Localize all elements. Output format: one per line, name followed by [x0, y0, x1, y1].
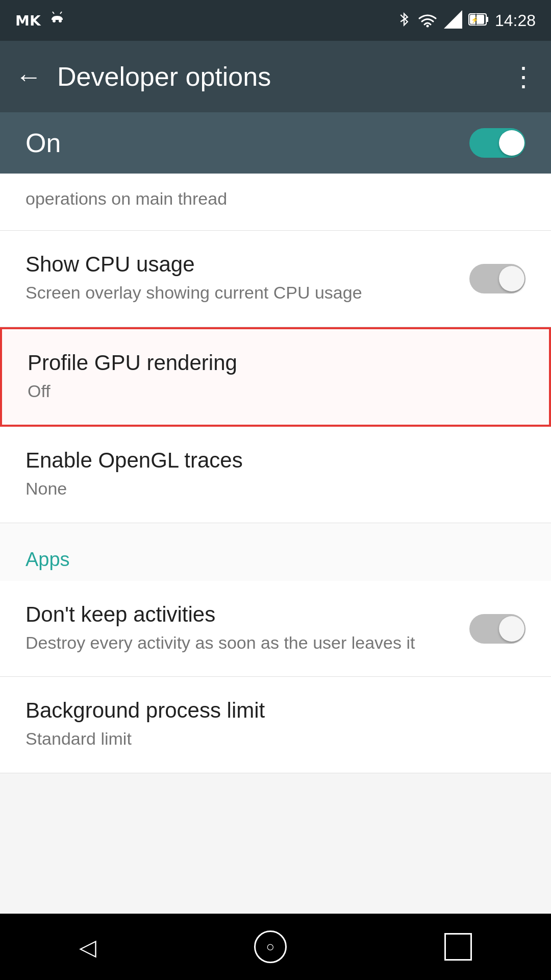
content-area: operations on main thread Show CPU usage… [0, 174, 551, 773]
android-icon [48, 10, 66, 32]
signal-icon [444, 10, 462, 31]
wifi-icon [417, 10, 438, 31]
setting-item-dont-keep-activities[interactable]: Don't keep activities Destroy every acti… [0, 581, 551, 677]
developer-options-toggle[interactable] [469, 128, 525, 158]
setting-text-opengl: Enable OpenGL traces None [26, 448, 525, 501]
svg-line-2 [53, 12, 54, 14]
setting-item-show-cpu-usage[interactable]: Show CPU usage Screen overlay showing cu… [0, 231, 551, 327]
setting-item-background-process-limit[interactable]: Background process limit Standard limit [0, 677, 551, 773]
setting-text-bg-process: Background process limit Standard limit [26, 698, 525, 751]
nav-back-button[interactable]: ◁ [79, 934, 96, 960]
svg-marker-5 [444, 10, 462, 29]
bottom-navigation: ◁ ○ [0, 914, 551, 980]
nav-home-button[interactable]: ○ [254, 930, 287, 963]
toggle-thumb [499, 130, 524, 156]
setting-subtitle-show-cpu-usage: Screen overlay showing current CPU usage [26, 281, 469, 305]
setting-subtitle-bg-process: Standard limit [26, 727, 525, 751]
setting-title-bg-process: Background process limit [26, 698, 525, 723]
nav-recents-button[interactable] [444, 933, 472, 961]
partial-setting-item: operations on main thread [0, 174, 551, 231]
toolbar: ← Developer options ⋮ [0, 41, 551, 112]
svg-rect-7 [486, 17, 488, 22]
mk-logo: 𝗠𝗞 [15, 12, 41, 29]
setting-title-show-cpu-usage: Show CPU usage [26, 252, 469, 277]
setting-title-profile-gpu: Profile GPU rendering [28, 351, 523, 375]
more-options-button[interactable]: ⋮ [510, 61, 536, 92]
svg-point-4 [426, 25, 429, 28]
setting-item-profile-gpu-rendering[interactable]: Profile GPU rendering Off [0, 327, 551, 427]
toolbar-left: ← Developer options [15, 61, 271, 92]
bluetooth-icon [397, 10, 411, 31]
svg-line-3 [60, 12, 62, 14]
setting-subtitle-profile-gpu: Off [28, 379, 523, 404]
partial-setting-subtitle: operations on main thread [26, 189, 227, 208]
setting-text-show-cpu-usage: Show CPU usage Screen overlay showing cu… [26, 252, 469, 305]
apps-section-header: Apps [0, 523, 551, 581]
status-bar: 𝗠𝗞 [0, 0, 551, 41]
status-bar-right: ⚡ 14:28 [397, 10, 536, 31]
developer-options-toggle-section: On [0, 112, 551, 174]
setting-item-enable-opengl-traces[interactable]: Enable OpenGL traces None [0, 427, 551, 523]
dont-keep-activities-toggle[interactable] [469, 614, 525, 644]
status-bar-left: 𝗠𝗞 [15, 10, 66, 32]
setting-subtitle-opengl: None [26, 477, 525, 501]
show-cpu-toggle-thumb [499, 266, 524, 291]
battery-icon: ⚡ [468, 12, 489, 29]
svg-text:⚡: ⚡ [471, 16, 479, 23]
setting-subtitle-dont-keep: Destroy every activity as soon as the us… [26, 631, 469, 655]
setting-title-opengl: Enable OpenGL traces [26, 448, 525, 473]
page-title: Developer options [57, 61, 271, 92]
back-button[interactable]: ← [15, 61, 42, 92]
setting-title-dont-keep: Don't keep activities [26, 602, 469, 627]
show-cpu-toggle[interactable] [469, 264, 525, 293]
setting-text-dont-keep: Don't keep activities Destroy every acti… [26, 602, 469, 655]
status-time: 14:28 [495, 11, 536, 30]
apps-section-title: Apps [26, 549, 70, 570]
dont-keep-toggle-thumb [499, 616, 524, 642]
toggle-on-label: On [26, 128, 61, 158]
setting-text-profile-gpu: Profile GPU rendering Off [28, 351, 523, 404]
